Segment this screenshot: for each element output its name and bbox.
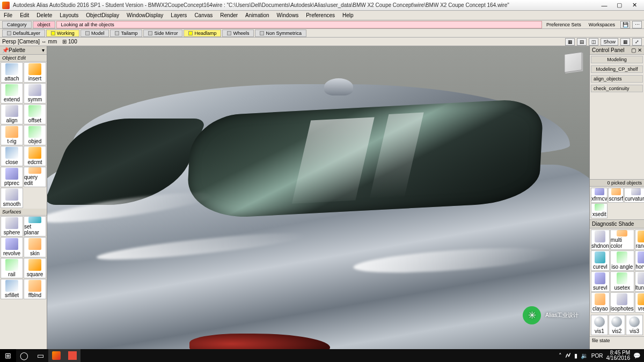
section-surfaces[interactable]: Surfaces: [0, 209, 47, 216]
tool-smooth[interactable]: smooth: [1, 188, 23, 208]
save-icon[interactable]: 💾: [620, 21, 630, 28]
tray-power-icon[interactable]: 🗲: [565, 352, 571, 359]
layer-tailamp[interactable]: Tailamp: [110, 29, 142, 37]
tool-offset[interactable]: offset: [24, 104, 46, 124]
menu-edit[interactable]: Edit: [16, 11, 33, 19]
diag-vred[interactable]: vred: [635, 292, 644, 313]
tool-query edit[interactable]: query edit: [24, 167, 46, 187]
close-button[interactable]: ✕: [627, 1, 642, 10]
tool-sphere[interactable]: sphere: [1, 216, 23, 237]
tray-network-icon[interactable]: ▮: [574, 352, 577, 359]
tool-attach[interactable]: attach: [1, 62, 23, 83]
menu-layouts[interactable]: Layouts: [56, 11, 82, 19]
category-button[interactable]: Category: [2, 21, 32, 28]
diag-rancol[interactable]: rancol: [635, 230, 644, 250]
grid-icon[interactable]: ▦: [620, 38, 630, 46]
object-button[interactable]: object: [33, 21, 55, 28]
diag-horver[interactable]: horver: [635, 250, 644, 271]
picked-tool-curvature[interactable]: curvature: [624, 188, 644, 203]
control-panel-title[interactable]: Control Panel ▢ ✕: [590, 46, 644, 55]
tool-align[interactable]: align: [1, 104, 23, 124]
tray-date[interactable]: 4/16/2016: [606, 356, 631, 361]
tool-insert[interactable]: insert: [24, 62, 46, 83]
menu-objectdisplay[interactable]: ObjectDisplay: [82, 11, 123, 19]
menu-canvas[interactable]: Canvas: [191, 11, 216, 19]
menu-windowdisplay[interactable]: WindowDisplay: [123, 11, 167, 19]
palette-title[interactable]: 📌 Palette ▾: [0, 46, 47, 55]
tray-volume-icon[interactable]: 🔉: [581, 352, 588, 359]
tool-ptprec[interactable]: ptprec: [1, 167, 23, 187]
layer-model[interactable]: Model: [80, 29, 109, 37]
diag-surevl[interactable]: surevl: [591, 271, 610, 292]
tray-notifications-icon[interactable]: 💬: [633, 352, 641, 359]
preference-sets-label[interactable]: Preference Sets: [543, 22, 584, 27]
menu-windows[interactable]: Windows: [273, 11, 303, 19]
options-icon[interactable]: ⋯: [632, 21, 642, 28]
tool-symm[interactable]: symm: [24, 83, 46, 104]
diag-curevl[interactable]: curevl: [591, 250, 610, 271]
picked-tool-xsedit[interactable]: xsedit: [591, 203, 608, 218]
workspaces-label[interactable]: Workspaces: [586, 22, 618, 27]
tool-extend[interactable]: extend: [1, 83, 23, 104]
show-button[interactable]: Show: [601, 38, 618, 46]
diagnostic-shade-title[interactable]: Diagnostic Shade: [590, 219, 644, 228]
expand-icon[interactable]: ⤢: [632, 38, 642, 46]
minimize-button[interactable]: —: [597, 1, 612, 10]
modeling-dropdown[interactable]: Modeling: [591, 56, 643, 63]
diag-shdnon[interactable]: shdnon: [591, 230, 610, 250]
viewport-3d[interactable]: Alias工业设计: [47, 46, 589, 349]
pin-icon[interactable]: 📌: [2, 47, 9, 53]
check-continuity-button[interactable]: check_continuity: [591, 85, 643, 92]
view-icon-1[interactable]: ▦: [565, 38, 575, 46]
menu-file[interactable]: File: [0, 11, 16, 19]
tray-up-icon[interactable]: ˄: [559, 352, 562, 359]
tool-objed[interactable]: objed: [24, 125, 46, 145]
modeling-shelf-dropdown[interactable]: Modeling_CP_shelf: [591, 65, 643, 73]
menu-help[interactable]: Help: [339, 11, 357, 19]
view-cube[interactable]: [565, 52, 582, 73]
tool-srfillet[interactable]: srfillet: [1, 279, 23, 299]
menu-render[interactable]: Render: [216, 11, 241, 19]
diag-ltunnel[interactable]: ltunnel: [635, 271, 644, 292]
vis-vis1[interactable]: vis1: [591, 315, 608, 335]
tool-t-rig[interactable]: t-rig: [1, 125, 23, 145]
layer-headlamp[interactable]: Headlamp: [184, 29, 221, 37]
control-panel-close-icon[interactable]: ▢ ✕: [631, 47, 642, 53]
tool-ffblnd[interactable]: ffblnd: [24, 279, 46, 299]
tool-rail[interactable]: rail: [1, 258, 23, 278]
section-object-edit[interactable]: Object Edit: [0, 55, 47, 62]
layer-side-mirror[interactable]: Side Mirror: [143, 29, 182, 37]
menu-preferences[interactable]: Preferences: [302, 11, 339, 19]
tool-skin[interactable]: skin: [24, 237, 46, 257]
view-icon-2[interactable]: ▤: [577, 38, 587, 46]
diag-isophotes[interactable]: isophotes: [610, 292, 634, 313]
diag-clayao[interactable]: clayao: [591, 292, 610, 313]
tool-close[interactable]: close: [1, 146, 23, 166]
tray-language[interactable]: POR: [591, 353, 603, 359]
taskbar-app-2[interactable]: [64, 349, 80, 362]
tool-square[interactable]: square: [24, 258, 46, 278]
layer-defaultlayer[interactable]: DefaultLayer: [2, 29, 45, 37]
tool-edcmt[interactable]: edcmt: [24, 146, 46, 166]
tool-set planar[interactable]: set planar: [24, 216, 46, 237]
diag-multi-color[interactable]: multi color: [610, 230, 634, 250]
menu-delete[interactable]: Delete: [33, 11, 56, 19]
diag-usetex[interactable]: usetex: [610, 271, 634, 292]
view-icon-3[interactable]: ◫: [589, 38, 598, 46]
taskbar-app-alias[interactable]: [48, 349, 64, 362]
palette-menu-icon[interactable]: ▾: [42, 47, 45, 53]
layer-non-symmetrica[interactable]: Non Symmetrica: [255, 29, 306, 37]
vis-vis3[interactable]: vis3: [626, 315, 643, 335]
menu-animation[interactable]: Animation: [241, 11, 273, 19]
search-icon[interactable]: ◯: [16, 349, 32, 362]
picked-tool-xfrmcv[interactable]: xfrmcv: [591, 188, 608, 203]
taskview-icon[interactable]: ▭: [32, 349, 48, 362]
layer-working[interactable]: Working: [46, 29, 79, 37]
tool-revolve[interactable]: revolve: [1, 237, 23, 257]
start-button[interactable]: ⊞: [0, 349, 16, 362]
diag-iso-angle[interactable]: iso angle: [610, 250, 634, 271]
layer-wheels[interactable]: Wheels: [222, 29, 254, 37]
menu-layers[interactable]: Layers: [167, 11, 191, 19]
maximize-button[interactable]: ▢: [612, 1, 627, 10]
align-objects-button[interactable]: align_objects: [591, 75, 643, 83]
